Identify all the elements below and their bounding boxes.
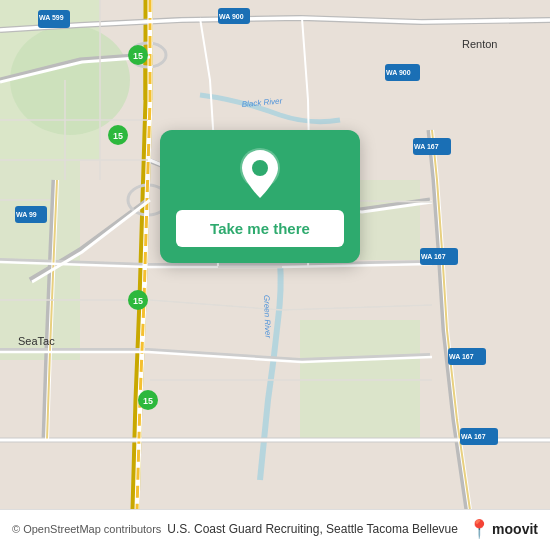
take-me-there-button[interactable]: Take me there xyxy=(176,210,344,247)
action-card: Take me there xyxy=(160,130,360,263)
svg-text:WA 900: WA 900 xyxy=(219,13,244,20)
svg-text:15: 15 xyxy=(133,296,143,306)
bottom-bar: © OpenStreetMap contributors U.S. Coast … xyxy=(0,509,550,550)
svg-text:Green River: Green River xyxy=(262,295,273,339)
location-name: U.S. Coast Guard Recruiting, Seattle Tac… xyxy=(167,522,462,536)
moovit-pin-icon: 📍 xyxy=(468,518,490,540)
svg-text:WA 167: WA 167 xyxy=(461,433,486,440)
svg-text:WA 167: WA 167 xyxy=(414,143,439,150)
svg-text:SeaTac: SeaTac xyxy=(18,335,55,347)
svg-text:WA 167: WA 167 xyxy=(421,253,446,260)
svg-rect-5 xyxy=(360,180,420,260)
svg-text:WA 900: WA 900 xyxy=(386,69,411,76)
svg-point-39 xyxy=(252,160,268,176)
svg-text:15: 15 xyxy=(133,51,143,61)
svg-text:WA 599: WA 599 xyxy=(39,14,64,21)
map-container: WA 599 WA 900 15 15 15 15 WA 900 WA 167 … xyxy=(0,0,550,550)
svg-text:WA 99: WA 99 xyxy=(16,211,37,218)
svg-text:15: 15 xyxy=(113,131,123,141)
svg-text:15: 15 xyxy=(143,396,153,406)
map-attribution: © OpenStreetMap contributors xyxy=(12,523,161,535)
moovit-logo: 📍 moovit xyxy=(468,518,538,540)
svg-text:Renton: Renton xyxy=(462,38,497,50)
svg-text:WA 167: WA 167 xyxy=(449,353,474,360)
location-pin-icon xyxy=(236,150,284,198)
svg-point-3 xyxy=(10,25,130,135)
moovit-text: moovit xyxy=(492,521,538,537)
